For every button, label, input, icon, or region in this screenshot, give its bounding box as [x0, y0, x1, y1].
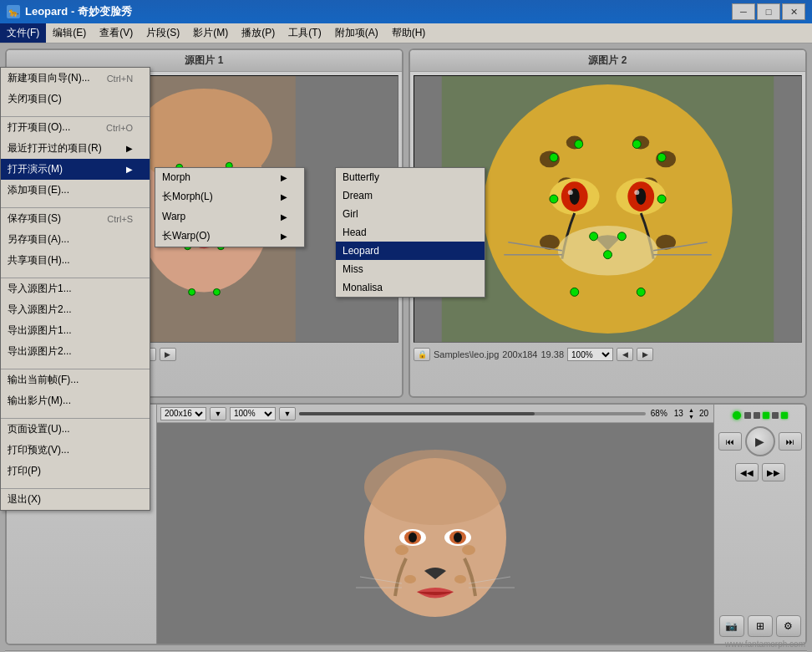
- menu-view[interactable]: 查看(V): [93, 23, 140, 43]
- preview-dropdown-btn[interactable]: ▼: [210, 407, 226, 420]
- menu-clip[interactable]: 片段(S): [140, 23, 186, 43]
- svg-point-48: [590, 232, 598, 241]
- preview-zoom-dropdown[interactable]: ▼: [279, 407, 296, 420]
- menu-recent-projects[interactable]: 最近打开过的项目(R) ▶: [1, 138, 150, 159]
- separator-2: [1, 201, 150, 208]
- menu-exit[interactable]: 退出(X): [1, 489, 150, 510]
- preview-frame-spinner[interactable]: ▲ ▼: [688, 407, 694, 420]
- main-area: 源图片 1: [0, 43, 812, 652]
- app-title: Leopard - 奇妙变脸秀: [25, 4, 132, 19]
- minimize-button[interactable]: ─: [732, 3, 755, 20]
- demo-long-morph[interactable]: 长Morph(L) ▶: [155, 186, 304, 207]
- svg-point-51: [571, 288, 579, 296]
- fast-forward-btn[interactable]: ⏭: [779, 432, 802, 451]
- close-button[interactable]: ✕: [782, 3, 805, 20]
- source2-next-btn[interactable]: ▶: [637, 348, 653, 361]
- svg-point-36: [634, 190, 639, 195]
- svg-point-20: [483, 84, 732, 334]
- menu-share-project[interactable]: 共享项目(H)...: [1, 250, 150, 271]
- svg-point-44: [632, 140, 641, 149]
- menu-open-demo[interactable]: 打开演示(M) ▶: [1, 159, 150, 180]
- menu-print-preview[interactable]: 打印预览(V)...: [1, 440, 150, 461]
- separator-1: [1, 110, 150, 117]
- led-rect-5: [781, 412, 788, 419]
- website-footer: www.fantamorph.com: [725, 639, 805, 649]
- menu-movie[interactable]: 影片(M): [186, 23, 235, 43]
- preview-center-wrapper: 200x164 ▼ 100% ▼ 68% 13 ▲ ▼ 20: [157, 405, 713, 644]
- rewind-btn[interactable]: ⏮: [718, 432, 742, 451]
- preview-size-select[interactable]: 200x164: [160, 407, 206, 420]
- menu-export-src2[interactable]: 导出源图片2...: [1, 341, 150, 362]
- warp-head[interactable]: Head: [336, 223, 485, 242]
- menu-file[interactable]: 文件(F): [0, 23, 46, 43]
- svg-point-56: [462, 545, 475, 555]
- svg-point-35: [568, 190, 573, 195]
- menu-output-frame[interactable]: 输出当前帧(F)...: [1, 369, 150, 390]
- app-icon: 🐆: [7, 5, 20, 18]
- led-1: [733, 411, 741, 420]
- preview-img-container: [157, 423, 713, 644]
- menu-add-project[interactable]: 添加项目(E)...: [1, 180, 150, 201]
- source2-zoom-select[interactable]: 100%: [567, 348, 613, 361]
- demo-long-warp[interactable]: 长Warp(O) ▶: [155, 226, 304, 247]
- separator-3: [1, 271, 150, 278]
- source2-prev-btn[interactable]: ◀: [617, 348, 633, 361]
- svg-point-18: [213, 288, 220, 295]
- preview-total-frames: 20: [699, 409, 708, 418]
- preview-progress-slider[interactable]: [299, 412, 646, 415]
- svg-point-50: [604, 251, 612, 259]
- menu-print[interactable]: 打印(P): [1, 461, 150, 481]
- playback-controls-2: ◀◀ ▶▶: [735, 463, 785, 481]
- menu-play[interactable]: 播放(P): [235, 23, 282, 43]
- preview-image-area: [157, 423, 713, 644]
- led-row-top: [733, 411, 788, 420]
- source1-next-btn[interactable]: ▶: [160, 348, 176, 361]
- menu-new-project[interactable]: 新建项目向导(N)... Ctrl+N: [1, 68, 150, 89]
- svg-point-47: [657, 195, 666, 203]
- led-rect-2: [754, 412, 760, 419]
- menu-help[interactable]: 帮助(H): [385, 23, 433, 43]
- maximize-button[interactable]: □: [757, 3, 780, 20]
- warp-miss[interactable]: Miss: [336, 260, 485, 278]
- warp-girl[interactable]: Girl: [336, 205, 485, 223]
- menu-page-setup[interactable]: 页面设置(U)...: [1, 419, 150, 440]
- step-forward-btn[interactable]: ▶▶: [762, 463, 785, 481]
- play-btn[interactable]: ▶: [745, 426, 775, 456]
- menu-save-as[interactable]: 另存项目(A)...: [1, 229, 150, 250]
- menu-open-project[interactable]: 打开项目(O)... Ctrl+O: [1, 117, 150, 138]
- menu-import-src2[interactable]: 导入源图片2...: [1, 299, 150, 320]
- menu-tools[interactable]: 工具(T): [282, 23, 327, 43]
- title-bar: 🐆 Leopard - 奇妙变脸秀 ─ □ ✕: [0, 0, 812, 23]
- warp-butterfly[interactable]: Butterfly: [336, 168, 485, 186]
- svg-point-17: [189, 288, 195, 295]
- menu-close-project[interactable]: 关闭项目(C): [1, 89, 150, 110]
- menu-output-movie[interactable]: 输出影片(M)...: [1, 390, 150, 411]
- step-back-btn[interactable]: ◀◀: [735, 463, 759, 481]
- preview-frame: 13: [674, 409, 683, 418]
- demo-morph[interactable]: Morph ▶: [155, 168, 304, 186]
- preview-zoom-select[interactable]: 100%: [230, 407, 276, 420]
- menu-addon[interactable]: 附加项(A): [328, 23, 385, 43]
- bottom-icon-btns: 📷 ⊞ ⚙: [719, 615, 801, 637]
- source2-filename: Samples\leo.jpg: [434, 349, 499, 359]
- menu-bar: 文件(F) 编辑(E) 查看(V) 片段(S) 影片(M) 播放(P) 工具(T…: [0, 23, 812, 43]
- menu-save-project[interactable]: 保存项目(S) Ctrl+S: [1, 208, 150, 229]
- menu-import-src1[interactable]: 导入源图片1...: [1, 278, 150, 299]
- warp-dream[interactable]: Dream: [336, 186, 485, 205]
- svg-point-63: [409, 532, 417, 542]
- demo-submenu: Morph ▶ 长Morph(L) ▶ Warp ▶ 长Warp(O) ▶: [155, 167, 305, 247]
- settings-icon-btn[interactable]: ⚙: [776, 615, 801, 637]
- svg-point-43: [575, 140, 583, 149]
- preview-morph-svg: [343, 441, 527, 625]
- menu-edit[interactable]: 编辑(E): [46, 23, 93, 43]
- warp-leopard[interactable]: Leopard: [336, 242, 485, 260]
- svg-point-57: [404, 575, 416, 583]
- menu-export-src1[interactable]: 导出源图片1...: [1, 320, 150, 341]
- source-panel-2-title: 源图片 2: [410, 50, 805, 72]
- demo-warp[interactable]: Warp ▶: [155, 207, 304, 226]
- warp-monalisa[interactable]: Monalisa: [336, 278, 485, 297]
- svg-point-46: [550, 195, 558, 203]
- camera-icon-btn[interactable]: 📷: [719, 615, 744, 637]
- window-controls: ─ □ ✕: [732, 3, 805, 20]
- frame-icon-btn[interactable]: ⊞: [748, 615, 773, 637]
